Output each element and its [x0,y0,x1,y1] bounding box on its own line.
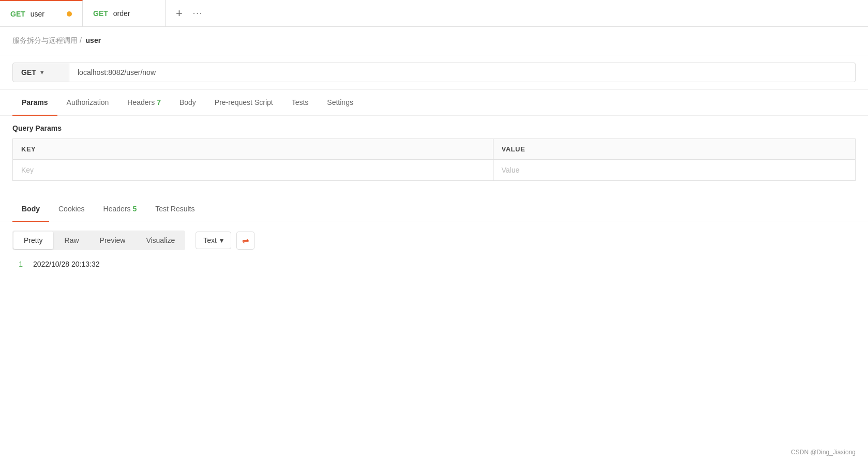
line-number-1: 1 [12,258,23,270]
new-tab-button[interactable]: + [176,8,183,19]
text-format-label: Text [203,236,217,244]
response-body: 1 2022/10/28 20:13:32 [0,258,868,280]
tab-order-name: order [113,9,130,18]
resp-tab-body-label: Body [22,205,40,213]
text-format-select[interactable]: Text ▾ [196,232,231,249]
request-tabs: Params Authorization Headers 7 Body Pre-… [0,90,868,116]
word-wrap-button[interactable]: ⇌ [236,232,255,250]
resp-tab-headers[interactable]: Headers 5 [94,196,146,222]
tab-tests[interactable]: Tests [282,90,318,116]
tab-authorization-label: Authorization [67,98,109,106]
tab-body[interactable]: Body [170,90,205,116]
response-section: Body Cookies Headers 5 Test Results Pret… [0,196,868,280]
breadcrumb-current: user [86,36,101,44]
tab-order[interactable]: GET order [83,0,166,26]
tab-params-label: Params [22,98,48,106]
tab-pre-request-label: Pre-request Script [215,98,273,106]
tab-user[interactable]: GET user [0,0,83,26]
tab-headers[interactable]: Headers 7 [118,90,170,116]
raw-button[interactable]: Raw [54,230,89,250]
visualize-button[interactable]: Visualize [136,230,185,250]
response-line-1: 1 2022/10/28 20:13:32 [12,258,856,270]
key-column-header: KEY [13,139,493,160]
query-params-title: Query Params [12,124,856,132]
tab-settings-label: Settings [327,98,353,106]
line-content-1: 2022/10/28 20:13:32 [33,258,99,270]
resp-tab-test-results-label: Test Results [155,205,194,213]
value-column-header: VALUE [493,139,855,160]
breadcrumb: 服务拆分与远程调用 / user [0,27,868,55]
tab-pre-request[interactable]: Pre-request Script [205,90,282,116]
footer: CSDN @Ding_Jiaxiong [791,449,856,456]
tab-order-method: GET [93,9,108,18]
text-format-chevron-icon: ▾ [220,236,223,244]
tab-body-label: Body [179,98,196,106]
resp-tab-headers-label: Headers [103,205,131,213]
tab-settings[interactable]: Settings [318,90,363,116]
tab-actions: + ··· [166,0,213,26]
method-label: GET [21,68,36,76]
query-params-section: Query Params KEY VALUE Key Value [0,116,868,181]
response-tabs: Body Cookies Headers 5 Test Results [0,196,868,222]
params-table: KEY VALUE Key Value [12,139,856,181]
key-input[interactable]: Key [13,160,493,181]
preview-button[interactable]: Preview [89,230,136,250]
url-bar: GET ▾ localhost:8082/user/now [0,55,868,90]
tab-headers-label: Headers [127,98,155,106]
value-input[interactable]: Value [493,160,855,181]
footer-text: CSDN @Ding_Jiaxiong [791,449,856,456]
url-input[interactable]: localhost:8082/user/now [69,63,856,82]
pretty-button[interactable]: Pretty [13,232,53,249]
resp-tab-cookies[interactable]: Cookies [49,196,94,222]
format-buttons: Pretty Raw Preview Visualize [12,230,185,250]
tab-params[interactable]: Params [12,90,57,116]
tab-bar: GET user GET order + ··· [0,0,868,27]
resp-tab-cookies-label: Cookies [58,205,85,213]
tab-user-method: GET [10,10,25,18]
method-select[interactable]: GET ▾ [12,63,69,82]
resp-tab-headers-count: 5 [132,205,137,213]
response-toolbar: Pretty Raw Preview Visualize Text ▾ ⇌ [0,222,868,258]
tab-authorization[interactable]: Authorization [57,90,118,116]
tab-user-name: user [31,10,44,18]
tab-user-modified-dot [67,11,72,17]
more-tabs-button[interactable]: ··· [193,9,203,18]
breadcrumb-prefix: 服务拆分与远程调用 / [12,36,82,44]
resp-tab-body[interactable]: Body [12,196,49,222]
tab-tests-label: Tests [292,98,309,106]
tab-headers-count: 7 [157,98,161,106]
resp-tab-test-results[interactable]: Test Results [146,196,204,222]
method-chevron-icon: ▾ [40,69,43,76]
wrap-icon: ⇌ [242,236,249,245]
table-row: Key Value [13,160,856,181]
